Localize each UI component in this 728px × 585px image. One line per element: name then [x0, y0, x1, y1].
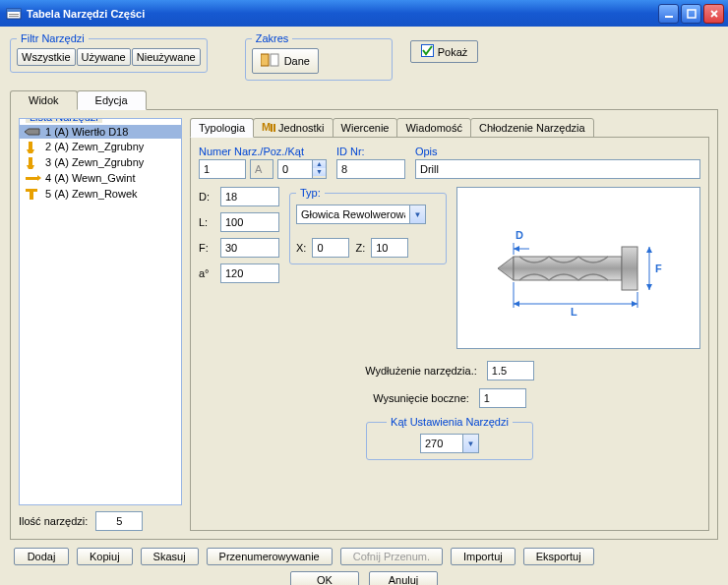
a-field[interactable] [220, 263, 279, 283]
tab-typologia[interactable]: Typologia [190, 118, 254, 138]
svg-rect-12 [29, 142, 32, 149]
kopiuj-button[interactable]: Kopiuj [77, 548, 133, 565]
poz-field [250, 159, 273, 179]
id-field[interactable] [336, 159, 405, 179]
tab-jednostki[interactable]: M Jednostki [253, 118, 333, 138]
filter-group: Filtr Narzędzi Wszystkie Używane Nieużyw… [10, 32, 208, 73]
tab-wiadomosc[interactable]: Wiadomość [396, 118, 470, 138]
diagram-D: D [516, 229, 523, 241]
tab-view[interactable]: Widok [10, 90, 78, 110]
units-icon: M [262, 121, 275, 135]
wydl-field[interactable] [487, 361, 534, 380]
main-tabs: Widok Edycja [10, 90, 718, 110]
svg-rect-8 [261, 54, 269, 66]
D-label: D: [199, 191, 220, 203]
cofnij-przenum-button: Cofnij Przenum. [340, 548, 443, 565]
maximize-button[interactable] [681, 4, 701, 24]
typ-legend: Typ: [296, 187, 325, 199]
F-label: F: [199, 242, 220, 254]
svg-rect-1 [7, 9, 21, 12]
a-label: a° [199, 267, 220, 279]
svg-marker-31 [646, 284, 652, 290]
svg-rect-16 [26, 177, 37, 180]
ok-button[interactable]: OK [290, 571, 359, 585]
przenum-button[interactable]: Przenumerowywanie [207, 548, 333, 565]
typ-group: Typ: ▼ X: Z: [289, 187, 447, 264]
D-field[interactable] [220, 187, 279, 206]
X-field[interactable] [312, 238, 349, 258]
svg-rect-18 [26, 189, 37, 192]
close-button[interactable] [703, 4, 724, 24]
Z-label: Z: [355, 242, 365, 254]
importuj-button[interactable]: Importuj [451, 548, 516, 565]
Z-field[interactable] [371, 238, 408, 258]
kat-ust-value[interactable] [420, 434, 463, 453]
turn-tool-icon [24, 140, 41, 153]
range-group: Zakres Dane [245, 32, 393, 81]
svg-rect-9 [271, 54, 278, 66]
svg-rect-14 [29, 157, 32, 165]
kat-ust-group: Kąt Ustawienia Narzędzi ▼ [366, 416, 533, 460]
filter-all-button[interactable]: Wszystkie [17, 48, 76, 66]
typ-value[interactable] [296, 205, 410, 224]
dane-button[interactable]: Dane [252, 48, 319, 74]
anuluj-button[interactable]: Anuluj [369, 571, 438, 585]
svg-marker-23 [498, 257, 514, 280]
title-bar: Tabela Narzędzi Części [0, 0, 728, 27]
opis-field[interactable] [415, 159, 700, 179]
turn-tool-icon [24, 155, 41, 169]
filter-unused-button[interactable]: Nieużywane [132, 48, 201, 66]
filter-used-button[interactable]: Używane [77, 48, 131, 66]
F-field[interactable] [220, 238, 279, 258]
chevron-down-icon[interactable]: ▼ [463, 434, 479, 453]
show-button[interactable]: Pokaż [410, 40, 479, 63]
L-field[interactable] [220, 212, 279, 232]
typ-combo[interactable]: ▼ [296, 205, 440, 224]
tool-count-field[interactable] [95, 511, 143, 531]
typologia-panel: Numer Narz./Poz./Kąt ▲▼ I [190, 137, 709, 531]
numer-field[interactable] [199, 159, 246, 179]
dodaj-button[interactable]: Dodaj [14, 548, 69, 565]
svg-rect-3 [9, 16, 19, 17]
eksportuj-button[interactable]: Eksportuj [523, 548, 594, 565]
kat-field[interactable] [277, 159, 313, 179]
tab-chlodzenie[interactable]: Chłodzenie Narzędzia [470, 118, 594, 138]
list-item[interactable]: 4 (A) Wewn_Gwint [20, 170, 181, 186]
list-item[interactable]: 5 (A) Zewn_Rowek [20, 186, 181, 202]
kat-spinner[interactable]: ▲▼ [313, 159, 327, 179]
svg-rect-19 [30, 192, 33, 200]
kat-ust-combo[interactable]: ▼ [387, 434, 513, 453]
svg-rect-21 [271, 124, 273, 132]
tab-wiercenie[interactable]: Wiercenie [333, 118, 398, 138]
svg-marker-34 [632, 301, 637, 307]
kat-ust-legend: Kąt Ustawienia Narzędzi [387, 416, 513, 428]
svg-marker-30 [646, 247, 652, 253]
list-item[interactable]: 3 (A) Zewn_Zgrubny [20, 154, 181, 170]
svg-marker-33 [514, 301, 519, 307]
list-item[interactable]: 1 (A) Wiertło D18 [20, 125, 181, 139]
X-label: X: [296, 242, 306, 254]
thread-tool-icon [24, 171, 41, 185]
skasuj-button[interactable]: Skasuj [141, 548, 199, 565]
svg-rect-25 [622, 247, 637, 290]
dane-icon [261, 52, 280, 70]
tool-diagram: D F L [456, 187, 700, 349]
svg-rect-4 [665, 16, 673, 18]
svg-marker-28 [514, 246, 519, 252]
tool-count-label: Ilość narzędzi: [19, 515, 88, 527]
sub-tabs: Typologia M Jednostki Wiercenie Wiadomoś… [190, 118, 709, 138]
window-title: Tabela Narzędzi Części [27, 8, 145, 20]
minimize-button[interactable] [658, 4, 679, 24]
chevron-down-icon[interactable]: ▼ [410, 205, 426, 224]
svg-text:M: M [262, 121, 271, 133]
tool-list-legend: Lista Narzędzi [26, 118, 102, 123]
list-item[interactable]: 2 (A) Zewn_Zgrubny [20, 139, 181, 154]
groove-tool-icon [24, 187, 41, 201]
wys-field[interactable] [479, 388, 526, 408]
tab-edit[interactable]: Edycja [77, 90, 147, 110]
svg-rect-24 [514, 257, 622, 280]
range-legend: Zakres [252, 32, 293, 44]
svg-rect-22 [273, 124, 275, 132]
id-label: ID Nr: [336, 146, 405, 157]
svg-marker-11 [25, 129, 39, 135]
